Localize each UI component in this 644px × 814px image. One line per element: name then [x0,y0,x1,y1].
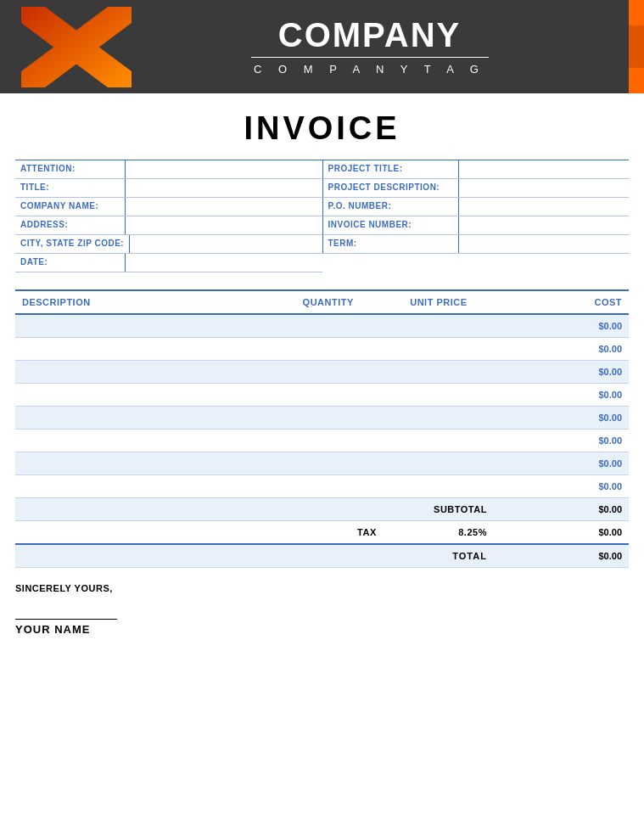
info-value [459,216,630,234]
table-header: DESCRIPTION QUANTITY UNIT PRICE COST [15,290,629,314]
tax-value: $0.00 [494,521,629,545]
cell-unit-price [384,314,494,338]
info-value [126,216,322,234]
info-row-right: PROJECT TITLE: [322,160,630,179]
cell-description [15,407,273,429]
tax-rate: 8.25% [384,521,494,545]
tax-empty [15,521,273,545]
invoice-table: DESCRIPTION QUANTITY UNIT PRICE COST $0.… [15,289,629,568]
info-row-left: ATTENTION: [15,160,322,179]
info-value [126,198,322,216]
x-logo-icon [21,7,132,87]
cell-unit-price [384,361,494,384]
info-row-right: P.O. NUMBER: [322,198,630,216]
table-section: DESCRIPTION QUANTITY UNIT PRICE COST $0.… [0,289,644,568]
table-row: $0.00 [15,475,629,498]
info-row-left: CITY, STATE ZIP CODE: [15,235,322,254]
info-value [126,160,322,178]
footer-section: SINCERELY YOURS, YOUR NAME [0,568,644,636]
col-unit-price: UNIT PRICE [384,290,494,314]
info-label: ADDRESS: [15,216,126,234]
col-description: DESCRIPTION [15,290,273,314]
info-value [459,198,630,216]
info-label: COMPANY NAME: [15,198,126,216]
table-body: $0.00 $0.00 $0.00 $0.00 $0.00 $0.00 $0.0… [15,314,629,568]
cell-unit-price [384,338,494,361]
accent-bar-bottom [629,68,644,93]
cell-description [15,384,273,407]
cell-cost: $0.00 [494,314,629,338]
cell-cost: $0.00 [494,338,629,361]
subtotal-empty [15,498,384,521]
table-row: $0.00 [15,314,629,338]
table-row: $0.00 [15,338,629,361]
company-info: COMPANY C O M P A N Y T A G [144,18,629,76]
signer-name: YOUR NAME [15,619,117,636]
cell-cost: $0.00 [494,407,629,429]
cell-cost: $0.00 [494,429,629,452]
logo-area [8,4,144,89]
cell-unit-price [384,384,494,407]
info-value [126,179,322,197]
total-row: TOTAL $0.00 [15,544,629,568]
tax-label: TAX [273,521,384,545]
accent-bar-top [629,0,644,25]
company-name: COMPANY [278,18,461,52]
company-tag: C O M P A N Y T A G [254,63,485,76]
table-row: $0.00 [15,384,629,407]
info-label: ATTENTION: [15,160,126,178]
total-label: TOTAL [384,544,494,568]
cell-cost: $0.00 [494,384,629,407]
info-label: DATE: [15,254,126,272]
cell-unit-price [384,475,494,498]
cell-quantity [273,429,384,452]
info-label: INVOICE NUMBER: [323,216,459,234]
col-quantity: QUANTITY [273,290,384,314]
page-header: COMPANY C O M P A N Y T A G [0,0,644,93]
cell-cost: $0.00 [494,361,629,384]
info-value [130,235,322,253]
cell-quantity [273,314,384,338]
info-row-left: TITLE: [15,179,322,198]
closing-text: SINCERELY YOURS, [15,583,629,593]
cell-unit-price [384,429,494,452]
info-label: TITLE: [15,179,126,197]
total-empty [15,544,384,568]
subtotal-value: $0.00 [494,498,629,521]
cell-description [15,314,273,338]
info-right: PROJECT TITLE:PROJECT DESCRIPTION:P.O. N… [322,160,630,272]
table-row: $0.00 [15,407,629,429]
invoice-title: INVOICE [244,110,400,146]
subtotal-row: SUBTOTAL $0.00 [15,498,629,521]
info-row-right: PROJECT DESCRIPTION: [322,179,630,198]
subtotal-label: SUBTOTAL [384,498,494,521]
info-row-right: TERM: [322,235,630,254]
cell-description [15,361,273,384]
cell-description [15,429,273,452]
cell-quantity [273,384,384,407]
info-value [126,254,322,272]
cell-unit-price [384,452,494,475]
cell-cost: $0.00 [494,452,629,475]
table-row: $0.00 [15,361,629,384]
info-value [459,179,630,197]
info-label: CITY, STATE ZIP CODE: [15,235,130,253]
cell-description [15,452,273,475]
info-row-right: INVOICE NUMBER: [322,216,630,235]
header-accent-bars [629,0,644,93]
cell-description [15,338,273,361]
info-label: P.O. NUMBER: [323,198,459,216]
total-value: $0.00 [494,544,629,568]
info-label: PROJECT DESCRIPTION: [323,179,459,197]
cell-quantity [273,407,384,429]
info-value [459,235,630,253]
company-divider [251,57,489,58]
info-value [459,160,630,178]
table-row: $0.00 [15,429,629,452]
tax-row: TAX 8.25% $0.00 [15,521,629,545]
info-row-left: ADDRESS: [15,216,322,235]
info-section: ATTENTION:TITLE:COMPANY NAME:ADDRESS:CIT… [0,160,644,272]
cell-cost: $0.00 [494,475,629,498]
cell-unit-price [384,407,494,429]
info-label: TERM: [323,235,459,253]
